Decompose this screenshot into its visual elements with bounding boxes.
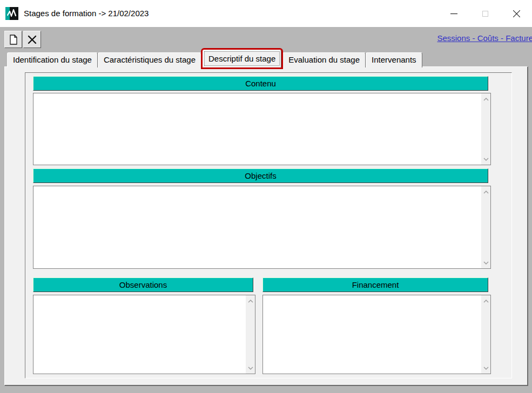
- scroll-up-icon[interactable]: [246, 296, 255, 306]
- financement-textbox: [262, 295, 491, 374]
- scroll-up-icon[interactable]: [481, 187, 490, 196]
- scroll-down-icon[interactable]: [481, 363, 490, 372]
- objectifs-textbox: [33, 186, 491, 269]
- minimize-icon: [450, 10, 457, 17]
- descriptif-group-panel: Contenu Objectifs Observations Finance: [25, 72, 512, 378]
- observations-scrollbar[interactable]: [246, 295, 255, 374]
- scroll-up-icon[interactable]: [481, 296, 490, 306]
- tab-identification-du-stage[interactable]: Identification du stage: [7, 52, 98, 67]
- objectifs-scrollbar[interactable]: [481, 186, 490, 268]
- close-button[interactable]: [501, 0, 532, 27]
- observations-textbox: [33, 295, 255, 374]
- observations-section-header: Observations: [33, 277, 253, 292]
- tab-caracteristiques-du-stage[interactable]: Caractéristiques du stage: [98, 52, 201, 67]
- financement-input[interactable]: [263, 295, 481, 374]
- contenu-scrollbar[interactable]: [481, 93, 490, 165]
- sessions-couts-facture-link[interactable]: Sessions - Coûts - Facture: [437, 33, 532, 43]
- window-title: Stages de formation -> 21/02/2023: [24, 0, 149, 27]
- tab-intervenants[interactable]: Intervenants: [366, 52, 422, 67]
- maximize-icon: [482, 11, 488, 17]
- scroll-down-icon[interactable]: [481, 154, 490, 164]
- window-controls: [438, 0, 532, 27]
- new-document-icon: [9, 35, 18, 45]
- scroll-down-icon[interactable]: [246, 363, 255, 372]
- financement-scrollbar[interactable]: [481, 295, 490, 374]
- objectifs-input[interactable]: [33, 186, 481, 268]
- maximize-button: [469, 0, 501, 27]
- tab-evaluation-du-stage[interactable]: Evaluation du stage: [282, 52, 366, 67]
- toolbar: Sessions - Coûts - Facture: [0, 27, 532, 50]
- observations-input[interactable]: [33, 295, 246, 374]
- close-icon: [513, 10, 520, 17]
- tab-descriptif-du-stage[interactable]: Descriptif du stage: [203, 50, 281, 67]
- tab-strip: Identification du stage Caractéristiques…: [7, 51, 422, 67]
- minimize-button[interactable]: [438, 0, 469, 27]
- app-logo-icon: [5, 7, 18, 20]
- contenu-input[interactable]: [33, 93, 481, 165]
- scroll-down-icon[interactable]: [481, 258, 490, 267]
- descriptif-tab-page: Contenu Objectifs Observations Finance: [4, 66, 528, 386]
- scroll-up-icon[interactable]: [481, 94, 490, 104]
- contenu-textbox: [33, 93, 491, 165]
- contenu-section-header: Contenu: [33, 76, 488, 91]
- financement-section-header: Financement: [262, 277, 488, 292]
- delete-x-icon: [28, 35, 37, 44]
- title-bar: Stages de formation -> 21/02/2023: [0, 0, 532, 27]
- objectifs-section-header: Objectifs: [33, 168, 488, 183]
- delete-record-button[interactable]: [23, 31, 41, 48]
- new-record-button[interactable]: [4, 31, 22, 48]
